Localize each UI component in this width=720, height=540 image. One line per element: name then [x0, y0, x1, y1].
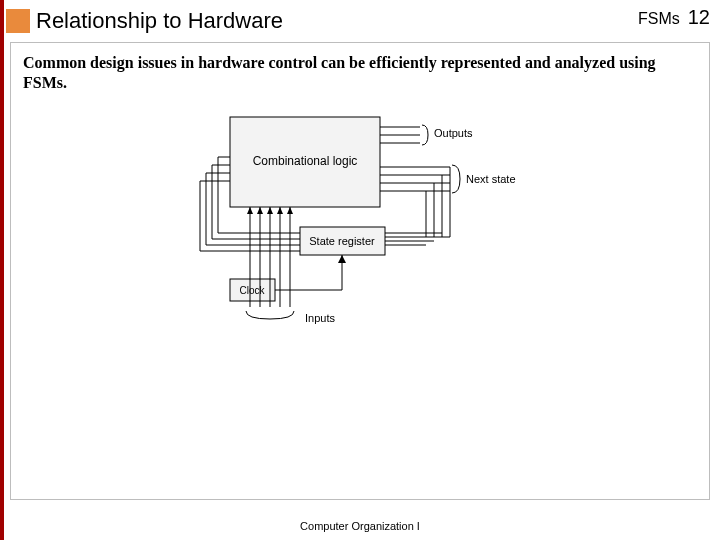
svg-marker-38 [247, 207, 253, 214]
svg-marker-41 [277, 207, 283, 214]
diagram-container: Combinational logic Outputs Next state [23, 107, 697, 327]
topic-label: FSMs [638, 10, 680, 28]
next-state-label: Next state [466, 173, 516, 185]
inputs-label: Inputs [305, 312, 335, 324]
comb-logic-label: Combinational logic [253, 154, 358, 168]
svg-marker-32 [338, 255, 346, 263]
svg-marker-39 [257, 207, 263, 214]
outputs-label: Outputs [434, 127, 473, 139]
svg-marker-42 [287, 207, 293, 214]
slide-topic-pagenum: FSMs 12 [638, 6, 710, 29]
slide-footer: Computer Organization I [0, 520, 720, 532]
slide-body-frame: Common design issues in hardware control… [10, 42, 710, 500]
clock-label: Clock [239, 285, 265, 296]
header-accent-square [6, 9, 30, 33]
body-paragraph: Common design issues in hardware control… [23, 53, 697, 93]
page-number: 12 [688, 6, 710, 29]
fsm-hardware-diagram: Combinational logic Outputs Next state [170, 107, 550, 327]
slide-title: Relationship to Hardware [36, 8, 283, 34]
svg-marker-40 [267, 207, 273, 214]
state-register-label: State register [309, 235, 375, 247]
slide-header: Relationship to Hardware FSMs 12 [0, 0, 720, 42]
left-accent-stripe [0, 0, 4, 540]
